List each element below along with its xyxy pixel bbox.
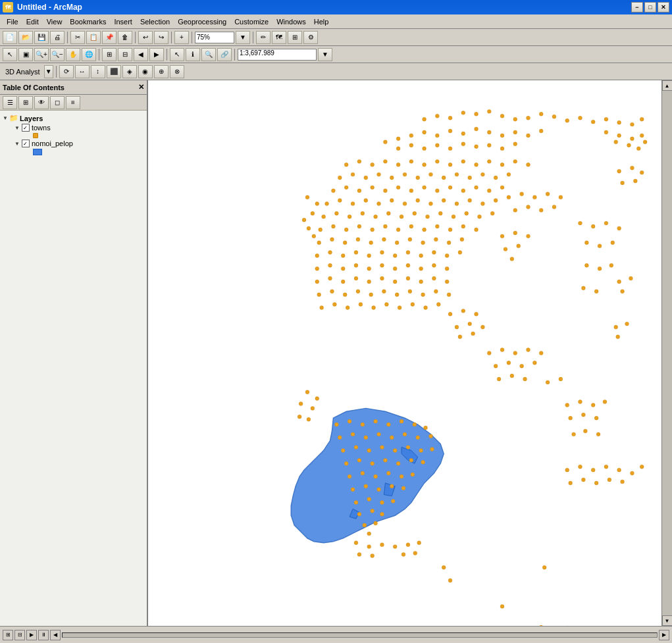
towns-layer-item[interactable]: ▼ ✓ towns [1, 123, 145, 132]
svg-point-65 [461, 159, 465, 163]
close-button[interactable]: ✕ [658, 2, 669, 13]
zoom-out-status-button[interactable]: ⊟ [14, 630, 25, 640]
scale-dropdown-arrow[interactable]: ▼ [236, 31, 250, 44]
open-button[interactable]: 📂 [18, 31, 33, 44]
identify-button[interactable]: ℹ [186, 48, 200, 61]
svg-point-321 [510, 374, 514, 378]
search-button[interactable]: 🔍 [201, 48, 216, 61]
select-button[interactable]: ↖ [3, 48, 17, 61]
separator [171, 32, 172, 43]
zoom-out-button[interactable]: 🔍− [50, 48, 65, 61]
menu-edit[interactable]: Edit [22, 16, 43, 27]
redo-button[interactable]: ↪ [154, 31, 168, 44]
scroll-up-button[interactable]: ▲ [662, 80, 673, 91]
menu-help[interactable]: Help [310, 16, 333, 27]
svg-point-73 [364, 176, 368, 180]
svg-point-289 [390, 484, 394, 488]
svg-point-29 [423, 130, 426, 134]
zoom-in-status-button[interactable]: ⊞ [3, 630, 13, 640]
svg-point-284 [400, 475, 403, 478]
arcmap-button[interactable]: 🗺 [272, 31, 286, 44]
scroll-track[interactable] [662, 91, 673, 615]
scroll-down-button[interactable]: ▼ [662, 615, 673, 626]
map-canvas[interactable] [148, 80, 661, 626]
menu-bookmarks[interactable]: Bookmarks [66, 16, 110, 27]
hyperlink-button[interactable]: 🔗 [217, 48, 232, 61]
toc-by-selection-button[interactable]: ◻ [50, 96, 65, 109]
toc-list-view-button[interactable]: ☰ [3, 96, 17, 109]
delete-button[interactable]: 🗑 [118, 31, 132, 44]
svg-point-61 [409, 159, 413, 163]
undo-button[interactable]: ↩ [138, 31, 153, 44]
minimize-button[interactable]: − [631, 2, 643, 13]
zoom-extent-button[interactable]: ⊟ [118, 48, 132, 61]
paste-button[interactable]: 📌 [102, 31, 116, 44]
svg-point-279 [421, 460, 425, 464]
menu-view[interactable]: View [43, 16, 66, 27]
forward-button[interactable]: ▶ [149, 48, 164, 61]
toc-options-button[interactable]: ≡ [66, 96, 80, 109]
maximize-button[interactable]: □ [644, 2, 656, 13]
svg-point-185 [445, 280, 449, 284]
svg-point-212 [480, 325, 484, 329]
scale-input-arrow[interactable]: ▼ [318, 48, 332, 61]
bottom-scroll-track[interactable] [62, 632, 658, 638]
3d-btn5[interactable]: ◈ [122, 65, 137, 78]
play-button[interactable]: ▶ [26, 630, 37, 640]
print-button[interactable]: 🖨 [50, 31, 65, 44]
zoom-full-button[interactable]: ⊞ [102, 48, 116, 61]
scroll-right-button[interactable]: ▶ [659, 630, 669, 640]
nomoi-visibility-checkbox[interactable]: ✓ [22, 140, 30, 147]
svg-point-186 [317, 293, 321, 297]
3d-btn7[interactable]: ⊕ [154, 65, 168, 78]
pan-button[interactable]: ✋ [66, 48, 80, 61]
svg-point-349 [572, 432, 576, 436]
3d-btn3[interactable]: ↕ [91, 65, 105, 78]
copy-button[interactable]: 📋 [86, 31, 101, 44]
save-button[interactable]: 💾 [34, 31, 49, 44]
menu-file[interactable]: File [3, 16, 22, 27]
svg-point-92 [423, 186, 426, 190]
separator [67, 32, 68, 43]
back-button[interactable]: ◀ [134, 48, 148, 61]
nomoi-layer-item[interactable]: ▼ ✓ nomoi_pelop [1, 139, 145, 148]
scroll-left-button[interactable]: ◀ [50, 630, 61, 640]
svg-point-115 [348, 215, 351, 219]
3d-btn8[interactable]: ⊗ [170, 65, 184, 78]
svg-point-49 [513, 142, 517, 146]
toc-by-visibility-button[interactable]: 👁 [34, 96, 49, 109]
svg-point-138 [461, 224, 465, 228]
svg-point-220 [513, 208, 517, 212]
layer-button[interactable]: ⊞ [288, 31, 302, 44]
3d-btn2[interactable]: ↔ [75, 65, 90, 78]
layers-group[interactable]: ▼ 📁 Layers [1, 113, 145, 123]
editor-button[interactable]: ✏ [256, 31, 271, 44]
menu-geoprocessing[interactable]: Geoprocessing [174, 16, 230, 27]
3d-btn4[interactable]: ⬛ [107, 65, 121, 78]
new-button[interactable]: 📄 [3, 31, 17, 44]
scale-dropdown[interactable]: 75% [195, 32, 234, 43]
edit-vertices-button[interactable]: ▣ [18, 48, 33, 61]
menu-customize[interactable]: Customize [230, 16, 272, 27]
zoom-in-button[interactable]: 🔍+ [34, 48, 49, 61]
towns-visibility-checkbox[interactable]: ✓ [22, 124, 30, 132]
menu-windows[interactable]: Windows [272, 16, 310, 27]
3d-btn6[interactable]: ◉ [138, 65, 153, 78]
toc-by-source-button[interactable]: ⊞ [18, 96, 33, 109]
select-features-button[interactable]: ↖ [170, 48, 184, 61]
cut-button[interactable]: ✂ [70, 31, 85, 44]
scale-input[interactable]: 1:3,697.989 [238, 49, 317, 61]
svg-point-271 [419, 449, 423, 453]
toc-close-button[interactable]: ✕ [138, 83, 144, 91]
add-data-button[interactable]: + [174, 31, 189, 44]
pause-button[interactable]: ⏸ [38, 630, 49, 640]
svg-point-325 [617, 169, 621, 173]
3d-dropdown-arrow[interactable]: ▼ [44, 65, 53, 78]
menu-insert[interactable]: Insert [110, 16, 136, 27]
right-scrollbar[interactable]: ▲ ▼ [661, 80, 672, 626]
menu-selection[interactable]: Selection [136, 16, 174, 27]
3d-btn1[interactable]: ⟳ [59, 65, 74, 78]
tools-button[interactable]: ⚙ [303, 31, 318, 44]
svg-point-25 [627, 143, 631, 147]
globe-button[interactable]: 🌐 [82, 48, 96, 61]
